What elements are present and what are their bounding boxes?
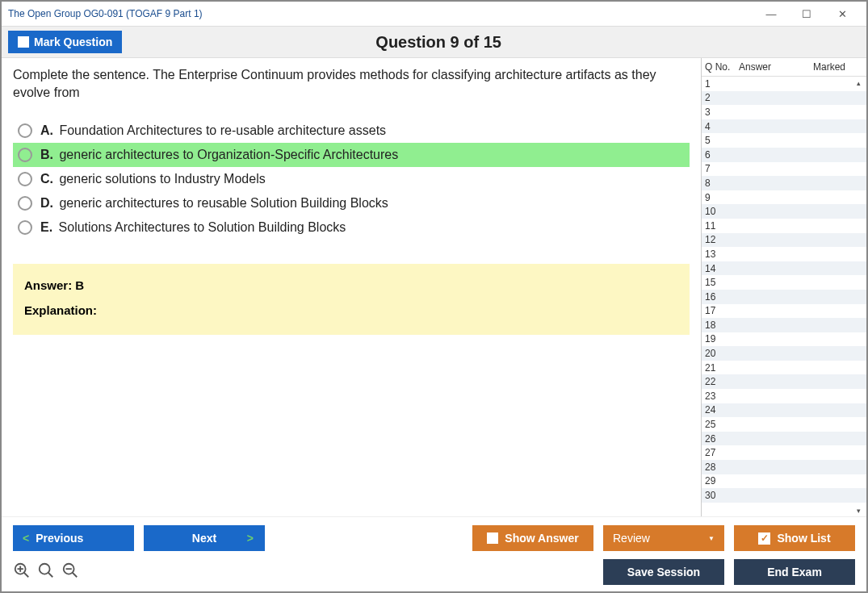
- qlist-row[interactable]: 19: [702, 332, 866, 347]
- qlist-number: 18: [705, 319, 739, 331]
- qlist-number: 1: [705, 78, 739, 90]
- qlist-row[interactable]: 13: [702, 247, 866, 261]
- maximize-button[interactable]: ☐: [789, 2, 824, 25]
- review-dropdown[interactable]: Review ▼: [603, 525, 724, 551]
- qlist-row[interactable]: 5: [702, 133, 866, 148]
- previous-label: Previous: [36, 532, 83, 545]
- qlist-row[interactable]: 25: [702, 417, 866, 432]
- radio-icon[interactable]: [18, 220, 32, 235]
- qlist-number: 21: [705, 362, 739, 374]
- qlist-row[interactable]: 20: [702, 346, 866, 361]
- show-answer-button[interactable]: Show Answer: [472, 525, 593, 551]
- qlist-row[interactable]: 9: [702, 190, 866, 205]
- qlist-row[interactable]: 1: [702, 77, 866, 91]
- qlist-row[interactable]: 10: [702, 204, 866, 219]
- checkbox-icon: [487, 532, 498, 544]
- qlist-number: 16: [705, 291, 739, 303]
- option-text: B. generic architectures to Organization…: [40, 148, 398, 162]
- option-letter: E.: [40, 220, 52, 234]
- answer-box: Answer: B Explanation:: [13, 264, 690, 335]
- close-button[interactable]: ✕: [824, 2, 860, 25]
- question-list-panel: Q No. Answer Marked 12345678910111213141…: [701, 58, 866, 516]
- qlist-row[interactable]: 23: [702, 389, 866, 403]
- qlist-row[interactable]: 11: [702, 219, 866, 233]
- qlist-row[interactable]: 6: [702, 148, 866, 162]
- zoom-in-icon[interactable]: [13, 562, 31, 583]
- zoom-reset-icon[interactable]: [37, 562, 55, 583]
- qlist-row[interactable]: 30: [702, 488, 866, 503]
- option-row[interactable]: C. generic solutions to Industry Models: [13, 167, 690, 191]
- answer-line: Answer: B: [24, 278, 678, 292]
- qlist-number: 20: [705, 348, 739, 359]
- radio-icon[interactable]: [18, 123, 32, 138]
- review-label: Review: [613, 532, 650, 545]
- chevron-right-icon: >: [247, 532, 254, 545]
- radio-icon[interactable]: [18, 172, 32, 186]
- option-row[interactable]: E. Solutions Architectures to Solution B…: [13, 215, 690, 240]
- option-letter: C.: [40, 172, 53, 186]
- main-panel: Complete the sentence. The Enterprise Co…: [2, 58, 701, 516]
- radio-icon[interactable]: [18, 196, 32, 211]
- end-exam-button[interactable]: End Exam: [734, 559, 855, 585]
- qlist-row[interactable]: 2: [702, 91, 866, 106]
- qlist-row[interactable]: 15: [702, 275, 866, 290]
- qlist-row[interactable]: 21: [702, 361, 866, 375]
- topbar: Mark Question Question 9 of 15: [2, 26, 866, 58]
- option-row[interactable]: A. Foundation Architectures to re-usable…: [13, 119, 690, 143]
- qlist-row[interactable]: 27: [702, 445, 866, 460]
- bottombar: < Previous Next > Show Answer Review ▼ ✓…: [2, 516, 866, 591]
- option-text: D. generic architectures to reusable Sol…: [40, 196, 388, 211]
- body-area: Complete the sentence. The Enterprise Co…: [2, 58, 866, 516]
- qlist-row[interactable]: 28: [702, 460, 866, 474]
- qlist-row[interactable]: 8: [702, 176, 866, 190]
- qlist-row[interactable]: 24: [702, 403, 866, 418]
- end-exam-label: End Exam: [767, 566, 822, 578]
- app-window: The Open Group OG0-091 (TOGAF 9 Part 1) …: [0, 0, 868, 593]
- header-marked: Marked: [795, 61, 863, 73]
- qlist-row[interactable]: 17: [702, 304, 866, 319]
- radio-icon[interactable]: [18, 148, 32, 162]
- qlist-row[interactable]: 12: [702, 233, 866, 248]
- next-label: Next: [192, 532, 216, 545]
- scroll-down-icon[interactable]: ▾: [853, 504, 865, 516]
- qlist-number: 29: [705, 475, 739, 487]
- qlist-row[interactable]: 26: [702, 432, 866, 446]
- qlist-number: 10: [705, 206, 739, 217]
- qlist-number: 30: [705, 490, 739, 501]
- minimize-button[interactable]: —: [753, 2, 789, 25]
- zoom-out-icon[interactable]: [61, 562, 79, 583]
- svg-line-5: [48, 572, 53, 577]
- save-session-label: Save Session: [627, 566, 700, 578]
- window-title: The Open Group OG0-091 (TOGAF 9 Part 1): [8, 8, 753, 19]
- previous-button[interactable]: < Previous: [13, 525, 134, 551]
- mark-question-label: Mark Question: [34, 35, 112, 48]
- qlist-row[interactable]: 29: [702, 474, 866, 489]
- qlist-number: 17: [705, 305, 739, 316]
- option-row[interactable]: D. generic architectures to reusable Sol…: [13, 191, 690, 215]
- next-button[interactable]: Next >: [144, 525, 265, 551]
- qlist-row[interactable]: 18: [702, 318, 866, 332]
- checkbox-icon: [18, 36, 29, 48]
- qlist-row[interactable]: 22: [702, 374, 866, 389]
- qlist-row[interactable]: 14: [702, 261, 866, 276]
- qlist-number: 23: [705, 390, 739, 402]
- qlist-header: Q No. Answer Marked: [702, 58, 866, 77]
- options-list: A. Foundation Architectures to re-usable…: [13, 119, 690, 240]
- qlist-row[interactable]: 3: [702, 105, 866, 119]
- qlist-number: 8: [705, 177, 739, 189]
- scroll-up-icon[interactable]: ▴: [853, 77, 865, 89]
- mark-question-button[interactable]: Mark Question: [8, 31, 122, 53]
- show-list-button[interactable]: ✓ Show List: [734, 525, 855, 551]
- qlist-row[interactable]: 4: [702, 119, 866, 134]
- show-answer-label: Show Answer: [505, 532, 578, 545]
- qlist-row[interactable]: 7: [702, 162, 866, 177]
- button-row-2: Save Session End Exam: [13, 559, 855, 585]
- show-list-label: Show List: [777, 532, 830, 545]
- check-icon: ✓: [758, 532, 770, 545]
- qlist-row[interactable]: 16: [702, 290, 866, 304]
- option-row[interactable]: B. generic architectures to Organization…: [13, 143, 690, 167]
- save-session-button[interactable]: Save Session: [603, 559, 724, 585]
- qlist-number: 11: [705, 220, 739, 232]
- qlist-scroll[interactable]: 1234567891011121314151617181920212223242…: [702, 77, 866, 516]
- option-text: A. Foundation Architectures to re-usable…: [40, 123, 386, 138]
